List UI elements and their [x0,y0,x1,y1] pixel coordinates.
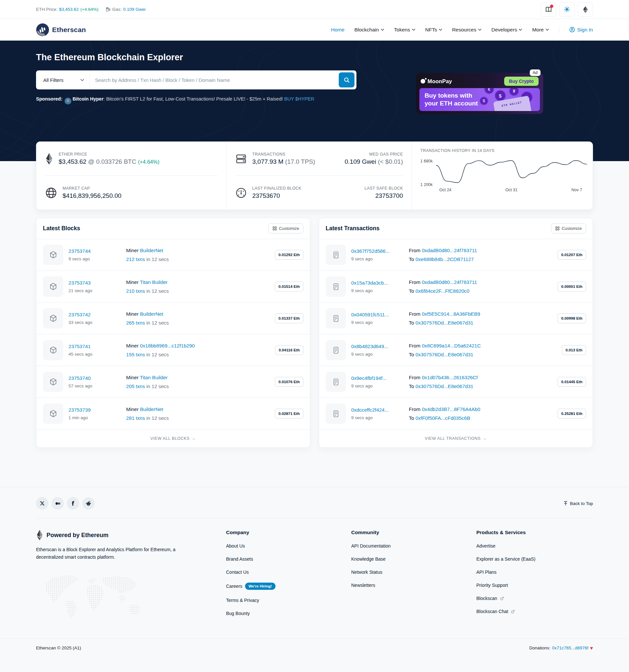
view-all-transactions-link[interactable]: VIEW ALL TRANSACTIONS→ [319,429,592,447]
footer-link[interactable]: Bug Bounty [226,611,351,616]
tx-from-link[interactable]: 0xf5E5C914...8A36FbEB9 [422,311,480,317]
miner-link[interactable]: 0x18bb8969...c12f1b290 [140,343,194,349]
transactions-value[interactable]: 3,077.93 M [252,158,283,165]
tx-to-link[interactable]: 0x6f84ce2F...FfC8820c0 [415,288,469,294]
tx-hash-link[interactable]: 0x9ec4fbf194f... [351,375,387,381]
block-txns-link[interactable]: 210 txns [126,288,145,294]
tx-history-title: TRANSACTION HISTORY IN 14 DAYS [420,148,584,153]
footer-link[interactable]: Advertise [476,543,592,549]
footer-link[interactable]: Knowledge Base [351,556,476,562]
footer-community-column: Community API Documentation Knowledge Ba… [351,530,476,625]
facebook-link[interactable] [67,497,79,509]
nav-nfts[interactable]: NFTs [425,27,442,33]
footer-link[interactable]: Contact Us [226,570,351,575]
tx-to-link[interactable]: 0xfF0f50FA...cFd035c6B [415,415,470,421]
transaction-row: 0xdcceffc2f424... 9 secs ago From 0x4db2… [319,398,592,429]
footer-link[interactable]: Brand Assets [226,556,351,562]
block-number-link[interactable]: 23753741 [68,343,91,349]
ad-banner[interactable]: Ad MoonPay Buy Crypto Buy tokens with yo… [416,73,543,114]
miner-link[interactable]: BuilderNet [140,406,163,412]
tx-from-link[interactable]: 0xdadB0d80...24f783711 [422,279,477,285]
block-age: 33 secs ago [68,320,126,325]
coin-icon: € [484,88,494,94]
footer-link[interactable]: About Us [226,543,351,549]
buy-crypto-button[interactable]: Buy Crypto [504,77,539,86]
search-filter-dropdown[interactable]: All Filters [38,72,90,88]
miner-link[interactable]: BuilderNet [140,311,163,317]
block-txns-link[interactable]: 281 txns [126,415,145,421]
network-switch-button[interactable] [578,2,593,17]
footer-link[interactable]: Terms & Privacy [226,598,351,603]
footer-link[interactable]: API Documentation [351,543,476,549]
market-cap-value[interactable]: $416,839,956,250.00 [63,192,121,199]
tx-to-link[interactable]: 0x307576Dd...E8e067d31 [415,352,473,357]
search-button[interactable] [339,72,354,88]
footer-link[interactable]: Newsletters [351,583,476,588]
search-input[interactable] [90,77,339,83]
announcements-button[interactable] [541,2,556,17]
sponsor-cta-link[interactable]: BUY $HYPER [284,96,314,101]
view-all-blocks-link[interactable]: VIEW ALL BLOCKS→ [37,429,310,447]
blocks-customize-button[interactable]: Customize [268,223,303,234]
tx-age: 9 secs ago [351,257,409,261]
eth-price-value[interactable]: $3,453.62 [59,7,78,12]
footer-link[interactable]: API Plans [476,570,592,575]
transactions-customize-button[interactable]: Customize [551,223,586,234]
nav-blockchain[interactable]: Blockchain [354,27,384,33]
tx-value-badge: 0.00998 Eth [558,313,586,323]
footer-link-blockscan[interactable]: Blockscan [476,596,592,601]
page-title: The Ethereum Blockchain Explorer [36,52,593,63]
tx-hash-link[interactable]: 0x15a73da3cb... [351,280,388,286]
tx-hash-link[interactable]: 0x8b4823d649... [351,343,388,349]
block-number-link[interactable]: 23753742 [68,312,91,317]
safe-block-value[interactable]: 23753700 [375,192,403,199]
user-icon [569,26,575,33]
miner-link[interactable]: BuilderNet [140,247,163,253]
tx-from-link[interactable]: 0x8C699a14...D5a62421C [422,343,481,349]
tx-to-link[interactable]: 0x307576Dd...E8e067d31 [415,383,473,389]
reddit-link[interactable] [82,497,95,509]
nav-resources[interactable]: Resources [452,27,482,33]
nav-more[interactable]: More [532,27,549,33]
med-gas-value[interactable]: 0.109 Gwei [345,158,376,165]
tx-to-link[interactable]: 0xe688b84b...2CDB71127 [415,257,474,262]
miner-link[interactable]: Titan Builder [140,375,168,380]
tx-from-link[interactable]: 0x4db2d3B7...8F76A4Ab0 [422,406,480,412]
footer-column-heading: Company [226,530,351,535]
nav-developers[interactable]: Developers [491,27,522,33]
eth-price-indicator: ETH Price: $3,453.62 (+4.64%) [36,7,98,12]
tx-from-link[interactable]: 0x1d07b436...2616326Cf [422,375,478,380]
tx-hash-link[interactable]: 0x367f752d586... [351,248,390,254]
finalized-block-value[interactable]: 23753670 [252,192,280,199]
twitter-x-link[interactable] [36,497,48,509]
block-txns-link[interactable]: 212 txns [126,257,145,262]
footer-link[interactable]: Priority Support [476,583,592,588]
back-to-top-button[interactable]: Back to Top [563,501,593,506]
nav-home[interactable]: Home [331,27,344,33]
nav-tokens[interactable]: Tokens [394,27,415,33]
tx-hash-link[interactable]: 0xdcceffc2f424... [351,407,389,413]
miner-link[interactable]: Titan Builder [140,279,168,285]
footer-link[interactable]: Explorer as a Service (EaaS) [476,556,592,562]
etherscan-logo[interactable]: Etherscan [36,23,86,37]
block-txns-link[interactable]: 205 txns [126,383,145,389]
sign-in-button[interactable]: Sign In [569,26,593,33]
donations-address-link[interactable]: 0x71c765...d8976f [552,646,588,650]
footer-company-column: Company About Us Brand Assets Contact Us… [226,530,351,625]
tx-from-link[interactable]: 0xdadB0d80...24f783711 [422,247,477,253]
gas-value[interactable]: 0.109 Gwei [123,7,145,12]
footer-link[interactable]: Network Status [351,570,476,575]
block-number-link[interactable]: 23753740 [68,375,91,381]
block-txns-link[interactable]: 265 txns [126,320,145,326]
medium-link[interactable] [51,497,64,509]
tx-hash-link[interactable]: 0x040591fc511... [351,312,389,317]
footer-link-blockscan-chat[interactable]: Blockscan Chat [476,609,592,614]
block-number-link[interactable]: 23753743 [68,280,91,286]
block-number-link[interactable]: 23753744 [68,248,91,254]
tx-to-link[interactable]: 0x307576Dd...E8e067d31 [415,320,473,326]
theme-toggle-button[interactable] [559,2,575,17]
transaction-row: 0x15a73da3cb... 9 secs ago From 0xdadB0d… [319,271,592,303]
block-number-link[interactable]: 23753739 [68,407,91,413]
block-txns-link[interactable]: 155 txns [126,352,145,357]
footer-link-careers[interactable]: Careers We're Hiring! [226,583,351,590]
